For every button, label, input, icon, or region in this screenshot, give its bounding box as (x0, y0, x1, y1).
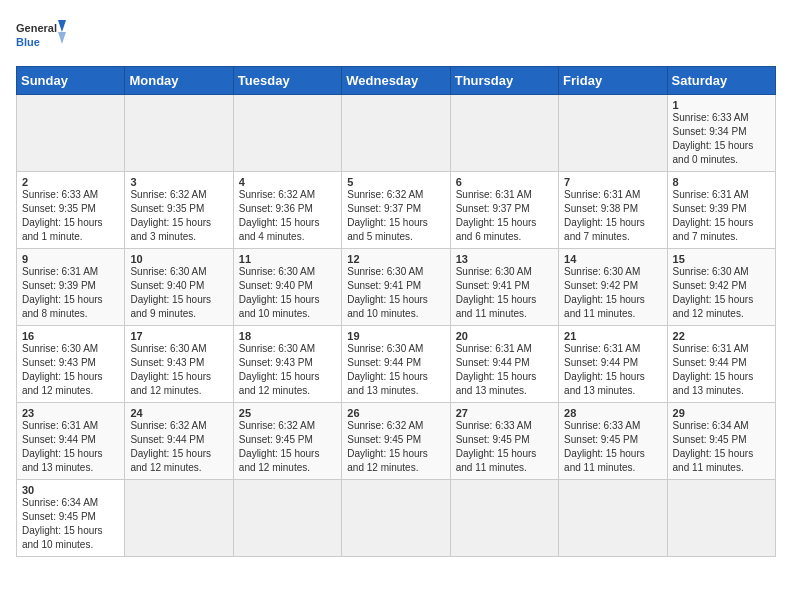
calendar-cell: 28Sunrise: 6:33 AM Sunset: 9:45 PM Dayli… (559, 403, 667, 480)
calendar-cell (450, 480, 558, 557)
day-info: Sunrise: 6:31 AM Sunset: 9:44 PM Dayligh… (673, 342, 770, 398)
day-number: 9 (22, 253, 119, 265)
calendar-cell: 22Sunrise: 6:31 AM Sunset: 9:44 PM Dayli… (667, 326, 775, 403)
day-number: 19 (347, 330, 444, 342)
day-info: Sunrise: 6:30 AM Sunset: 9:43 PM Dayligh… (130, 342, 227, 398)
day-info: Sunrise: 6:32 AM Sunset: 9:35 PM Dayligh… (130, 188, 227, 244)
calendar-cell: 25Sunrise: 6:32 AM Sunset: 9:45 PM Dayli… (233, 403, 341, 480)
day-info: Sunrise: 6:31 AM Sunset: 9:39 PM Dayligh… (22, 265, 119, 321)
day-info: Sunrise: 6:31 AM Sunset: 9:44 PM Dayligh… (564, 342, 661, 398)
week-row-5: 23Sunrise: 6:31 AM Sunset: 9:44 PM Dayli… (17, 403, 776, 480)
calendar-cell: 9Sunrise: 6:31 AM Sunset: 9:39 PM Daylig… (17, 249, 125, 326)
weekday-header-monday: Monday (125, 67, 233, 95)
weekday-header-wednesday: Wednesday (342, 67, 450, 95)
day-number: 4 (239, 176, 336, 188)
svg-text:Blue: Blue (16, 36, 40, 48)
calendar-cell: 19Sunrise: 6:30 AM Sunset: 9:44 PM Dayli… (342, 326, 450, 403)
calendar-cell: 21Sunrise: 6:31 AM Sunset: 9:44 PM Dayli… (559, 326, 667, 403)
day-number: 28 (564, 407, 661, 419)
calendar-cell (559, 480, 667, 557)
day-info: Sunrise: 6:33 AM Sunset: 9:34 PM Dayligh… (673, 111, 770, 167)
day-number: 23 (22, 407, 119, 419)
day-info: Sunrise: 6:31 AM Sunset: 9:44 PM Dayligh… (456, 342, 553, 398)
day-info: Sunrise: 6:32 AM Sunset: 9:37 PM Dayligh… (347, 188, 444, 244)
calendar-cell (125, 480, 233, 557)
weekday-header-saturday: Saturday (667, 67, 775, 95)
day-number: 12 (347, 253, 444, 265)
day-number: 3 (130, 176, 227, 188)
calendar-cell: 18Sunrise: 6:30 AM Sunset: 9:43 PM Dayli… (233, 326, 341, 403)
weekday-header-row: SundayMondayTuesdayWednesdayThursdayFrid… (17, 67, 776, 95)
calendar-cell: 20Sunrise: 6:31 AM Sunset: 9:44 PM Dayli… (450, 326, 558, 403)
day-info: Sunrise: 6:30 AM Sunset: 9:42 PM Dayligh… (673, 265, 770, 321)
day-number: 17 (130, 330, 227, 342)
logo: General Blue (16, 16, 66, 56)
calendar-cell: 12Sunrise: 6:30 AM Sunset: 9:41 PM Dayli… (342, 249, 450, 326)
day-number: 18 (239, 330, 336, 342)
calendar-cell: 16Sunrise: 6:30 AM Sunset: 9:43 PM Dayli… (17, 326, 125, 403)
day-number: 8 (673, 176, 770, 188)
day-number: 6 (456, 176, 553, 188)
day-number: 21 (564, 330, 661, 342)
day-info: Sunrise: 6:34 AM Sunset: 9:45 PM Dayligh… (22, 496, 119, 552)
day-number: 25 (239, 407, 336, 419)
day-info: Sunrise: 6:34 AM Sunset: 9:45 PM Dayligh… (673, 419, 770, 475)
day-info: Sunrise: 6:33 AM Sunset: 9:45 PM Dayligh… (564, 419, 661, 475)
calendar-cell (667, 480, 775, 557)
calendar-cell: 14Sunrise: 6:30 AM Sunset: 9:42 PM Dayli… (559, 249, 667, 326)
calendar-cell: 29Sunrise: 6:34 AM Sunset: 9:45 PM Dayli… (667, 403, 775, 480)
day-number: 15 (673, 253, 770, 265)
calendar-cell: 10Sunrise: 6:30 AM Sunset: 9:40 PM Dayli… (125, 249, 233, 326)
calendar-cell: 5Sunrise: 6:32 AM Sunset: 9:37 PM Daylig… (342, 172, 450, 249)
day-number: 10 (130, 253, 227, 265)
logo-svg: General Blue (16, 16, 66, 56)
weekday-header-thursday: Thursday (450, 67, 558, 95)
day-info: Sunrise: 6:31 AM Sunset: 9:39 PM Dayligh… (673, 188, 770, 244)
calendar-cell: 11Sunrise: 6:30 AM Sunset: 9:40 PM Dayli… (233, 249, 341, 326)
calendar-table: SundayMondayTuesdayWednesdayThursdayFrid… (16, 66, 776, 557)
calendar-cell (559, 95, 667, 172)
day-number: 16 (22, 330, 119, 342)
calendar-cell: 3Sunrise: 6:32 AM Sunset: 9:35 PM Daylig… (125, 172, 233, 249)
day-info: Sunrise: 6:30 AM Sunset: 9:42 PM Dayligh… (564, 265, 661, 321)
calendar-cell (17, 95, 125, 172)
day-number: 11 (239, 253, 336, 265)
weekday-header-sunday: Sunday (17, 67, 125, 95)
week-row-6: 30Sunrise: 6:34 AM Sunset: 9:45 PM Dayli… (17, 480, 776, 557)
day-info: Sunrise: 6:33 AM Sunset: 9:35 PM Dayligh… (22, 188, 119, 244)
calendar-cell: 23Sunrise: 6:31 AM Sunset: 9:44 PM Dayli… (17, 403, 125, 480)
day-number: 27 (456, 407, 553, 419)
calendar-cell: 15Sunrise: 6:30 AM Sunset: 9:42 PM Dayli… (667, 249, 775, 326)
day-number: 5 (347, 176, 444, 188)
calendar-cell: 30Sunrise: 6:34 AM Sunset: 9:45 PM Dayli… (17, 480, 125, 557)
day-info: Sunrise: 6:30 AM Sunset: 9:41 PM Dayligh… (456, 265, 553, 321)
day-number: 20 (456, 330, 553, 342)
day-info: Sunrise: 6:32 AM Sunset: 9:45 PM Dayligh… (239, 419, 336, 475)
day-info: Sunrise: 6:30 AM Sunset: 9:43 PM Dayligh… (239, 342, 336, 398)
svg-text:General: General (16, 22, 57, 34)
header: General Blue (16, 16, 776, 56)
day-number: 1 (673, 99, 770, 111)
calendar-cell: 8Sunrise: 6:31 AM Sunset: 9:39 PM Daylig… (667, 172, 775, 249)
week-row-4: 16Sunrise: 6:30 AM Sunset: 9:43 PM Dayli… (17, 326, 776, 403)
day-info: Sunrise: 6:33 AM Sunset: 9:45 PM Dayligh… (456, 419, 553, 475)
day-info: Sunrise: 6:30 AM Sunset: 9:43 PM Dayligh… (22, 342, 119, 398)
day-number: 30 (22, 484, 119, 496)
svg-marker-2 (58, 20, 66, 32)
day-info: Sunrise: 6:32 AM Sunset: 9:36 PM Dayligh… (239, 188, 336, 244)
calendar-cell: 13Sunrise: 6:30 AM Sunset: 9:41 PM Dayli… (450, 249, 558, 326)
calendar-cell (125, 95, 233, 172)
calendar-cell (450, 95, 558, 172)
day-info: Sunrise: 6:32 AM Sunset: 9:44 PM Dayligh… (130, 419, 227, 475)
day-number: 14 (564, 253, 661, 265)
weekday-header-friday: Friday (559, 67, 667, 95)
day-number: 22 (673, 330, 770, 342)
calendar-cell (233, 95, 341, 172)
calendar-cell (233, 480, 341, 557)
calendar-cell: 27Sunrise: 6:33 AM Sunset: 9:45 PM Dayli… (450, 403, 558, 480)
calendar-cell: 2Sunrise: 6:33 AM Sunset: 9:35 PM Daylig… (17, 172, 125, 249)
week-row-3: 9Sunrise: 6:31 AM Sunset: 9:39 PM Daylig… (17, 249, 776, 326)
svg-marker-3 (58, 32, 66, 44)
calendar-cell: 17Sunrise: 6:30 AM Sunset: 9:43 PM Dayli… (125, 326, 233, 403)
day-number: 29 (673, 407, 770, 419)
